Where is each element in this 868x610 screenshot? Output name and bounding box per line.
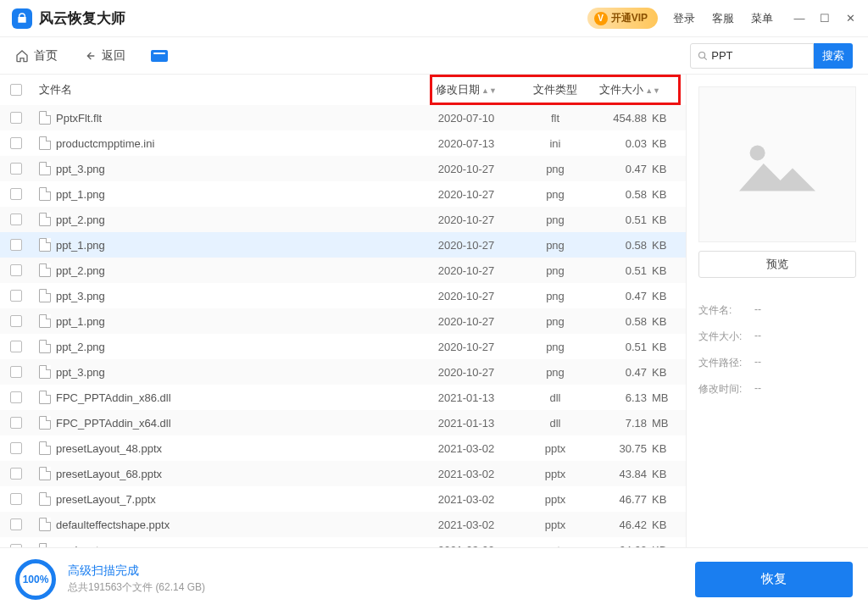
file-name: presetLayout_7.pptx xyxy=(56,493,156,506)
table-row[interactable]: defaulteffectshape.pptx2021-03-02pptx46.… xyxy=(0,512,686,537)
table-row[interactable]: mark.pptx2021-03-02pptx64.62KB xyxy=(0,537,686,547)
close-icon[interactable]: ✕ xyxy=(844,12,856,25)
select-all-checkbox[interactable] xyxy=(10,84,22,96)
file-rows[interactable]: PptxFlt.flt2020-07-10flt454.88KBproductc… xyxy=(0,105,686,547)
file-date: 2020-10-27 xyxy=(420,264,513,277)
file-type: png xyxy=(513,315,598,328)
row-checkbox[interactable] xyxy=(10,290,22,302)
file-size: 0.58 xyxy=(598,315,647,328)
row-checkbox[interactable] xyxy=(10,163,22,175)
table-row[interactable]: productcmpptime.ini2020-07-13ini0.03KB xyxy=(0,130,686,156)
login-link[interactable]: 登录 xyxy=(673,11,695,26)
file-list-pane: 文件名 修改日期▲▼ 文件类型 文件大小▲▼ PptxFlt.flt2020-0… xyxy=(0,75,687,547)
table-row[interactable]: FPC_PPTAddin_x64.dll2021-01-13dll7.18MB xyxy=(0,410,686,435)
col-date[interactable]: 修改日期▲▼ xyxy=(420,82,513,97)
file-name: ppt_2.png xyxy=(56,214,105,226)
file-size: 46.77 xyxy=(598,493,647,506)
row-checkbox[interactable] xyxy=(10,264,22,276)
recover-button[interactable]: 恢复 xyxy=(695,562,853,597)
search-input[interactable] xyxy=(711,49,806,62)
col-name[interactable]: 文件名 xyxy=(29,82,420,97)
search-button[interactable]: 搜索 xyxy=(814,43,853,69)
back-label: 返回 xyxy=(102,48,125,64)
row-checkbox[interactable] xyxy=(10,518,22,530)
file-type: dll xyxy=(513,391,598,404)
menu-link[interactable]: 菜单 xyxy=(751,11,773,26)
home-button[interactable]: 首页 xyxy=(15,48,58,64)
file-size: 0.58 xyxy=(598,188,647,201)
file-size: 46.42 xyxy=(598,518,647,531)
file-size-unit: KB xyxy=(647,315,677,328)
file-date: 2020-10-27 xyxy=(420,163,513,175)
file-date: 2021-01-13 xyxy=(420,391,513,404)
file-size: 454.88 xyxy=(598,112,647,125)
file-type: png xyxy=(513,188,598,201)
toolbar: 首页 返回 搜索 xyxy=(0,37,868,75)
maximize-icon[interactable]: ☐ xyxy=(819,12,831,25)
row-checkbox[interactable] xyxy=(10,366,22,378)
file-name: FPC_PPTAddin_x86.dll xyxy=(56,391,171,404)
row-checkbox[interactable] xyxy=(10,493,22,505)
row-checkbox[interactable] xyxy=(10,442,22,454)
table-row[interactable]: ppt_3.png2020-10-27png0.47KB xyxy=(0,359,686,385)
sort-icon: ▲▼ xyxy=(481,89,497,93)
row-checkbox[interactable] xyxy=(10,112,22,124)
file-date: 2021-03-02 xyxy=(420,468,513,480)
file-name: ppt_3.png xyxy=(56,290,105,302)
row-checkbox[interactable] xyxy=(10,188,22,200)
file-name: ppt_2.png xyxy=(56,264,105,277)
table-row[interactable]: PptxFlt.flt2020-07-10flt454.88KB xyxy=(0,105,686,130)
file-type: ini xyxy=(513,137,598,150)
row-checkbox[interactable] xyxy=(10,137,22,149)
file-size: 0.51 xyxy=(598,341,647,353)
support-link[interactable]: 客服 xyxy=(712,11,734,26)
file-size: 0.47 xyxy=(598,163,647,175)
file-icon xyxy=(39,187,51,201)
row-checkbox[interactable] xyxy=(10,214,22,225)
table-row[interactable]: ppt_1.png2020-10-27png0.58KB xyxy=(0,308,686,334)
minimize-icon[interactable]: — xyxy=(793,12,805,25)
col-type[interactable]: 文件类型 xyxy=(513,82,598,97)
file-icon xyxy=(39,492,51,506)
table-row[interactable]: presetLayout_48.pptx2021-03-02pptx30.75K… xyxy=(0,435,686,461)
vip-button[interactable]: V开通VIP xyxy=(587,8,658,29)
row-checkbox[interactable] xyxy=(10,544,22,547)
file-name: ppt_1.png xyxy=(56,188,105,201)
vip-label: 开通VIP xyxy=(611,11,648,25)
row-checkbox[interactable] xyxy=(10,341,22,352)
file-icon xyxy=(39,136,51,150)
side-panel: 预览 文件名:-- 文件大小:-- 文件路径:-- 修改时间:-- xyxy=(687,75,868,547)
file-date: 2020-10-27 xyxy=(420,341,513,353)
footer: 100% 高级扫描完成 总共191563个文件 (62.14 GB) 恢复 xyxy=(0,547,868,610)
file-icon xyxy=(39,543,51,547)
col-size[interactable]: 文件大小▲▼ xyxy=(598,82,677,97)
file-size: 43.84 xyxy=(598,468,647,480)
table-row[interactable]: ppt_1.png2020-10-27png0.58KB xyxy=(0,181,686,207)
row-checkbox[interactable] xyxy=(10,468,22,480)
preview-button[interactable]: 预览 xyxy=(698,251,856,278)
table-row[interactable]: ppt_3.png2020-10-27png0.47KB xyxy=(0,156,686,181)
row-checkbox[interactable] xyxy=(10,417,22,429)
file-icon xyxy=(39,391,51,404)
table-row[interactable]: ppt_2.png2020-10-27png0.51KB xyxy=(0,207,686,232)
disk-button[interactable] xyxy=(151,50,168,62)
row-checkbox[interactable] xyxy=(10,391,22,403)
table-row[interactable]: ppt_1.png2020-10-27png0.58KB xyxy=(0,232,686,258)
svg-point-1 xyxy=(750,146,765,161)
table-row[interactable]: ppt_3.png2020-10-27png0.47KB xyxy=(0,283,686,308)
back-button[interactable]: 返回 xyxy=(83,48,125,64)
file-date: 2021-03-02 xyxy=(420,518,513,531)
search-input-wrap[interactable] xyxy=(690,43,814,69)
file-icon xyxy=(39,518,51,531)
table-row[interactable]: presetLayout_68.pptx2021-03-02pptx43.84K… xyxy=(0,461,686,486)
table-row[interactable]: ppt_2.png2020-10-27png0.51KB xyxy=(0,258,686,283)
row-checkbox[interactable] xyxy=(10,315,22,327)
table-row[interactable]: presetLayout_7.pptx2021-03-02pptx46.77KB xyxy=(0,486,686,512)
table-row[interactable]: ppt_2.png2020-10-27png0.51KB xyxy=(0,334,686,359)
file-date: 2020-10-27 xyxy=(420,214,513,226)
row-checkbox[interactable] xyxy=(10,239,22,251)
file-date: 2021-03-02 xyxy=(420,493,513,506)
table-row[interactable]: FPC_PPTAddin_x86.dll2021-01-13dll6.13MB xyxy=(0,385,686,410)
disk-icon xyxy=(151,50,168,62)
file-icon xyxy=(39,111,51,125)
